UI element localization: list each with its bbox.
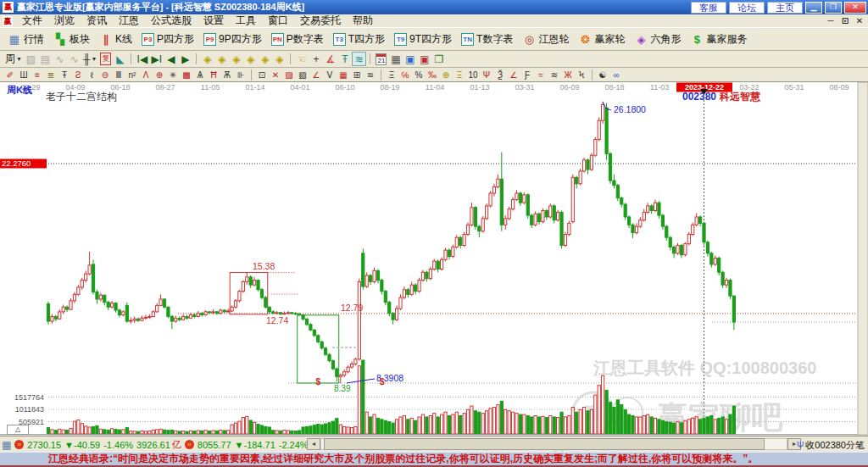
menu-浏览[interactable]: 浏览 (48, 14, 81, 28)
menu-帮助[interactable]: 帮助 (347, 14, 379, 28)
wave-tool[interactable]: ∿ (67, 52, 81, 66)
draw-tool-1-6[interactable]: ▦ (337, 69, 350, 81)
zoom-diamond-1[interactable]: ◈ (200, 52, 214, 66)
maximize-button[interactable]: ❐ (825, 2, 842, 14)
draw-tool-2-3[interactable]: ‰ (426, 69, 439, 81)
candle-style-selector[interactable]: ╫▼ (81, 52, 98, 66)
menu-窗口[interactable]: 窗口 (262, 14, 294, 28)
t-square-button[interactable]: T3T四方形 (329, 31, 389, 48)
menu-资讯[interactable]: 资讯 (81, 14, 113, 28)
draw-tool-0-4[interactable]: Ŧ (58, 69, 71, 81)
mdi-restore-button[interactable]: ⊡ (838, 15, 852, 26)
chart-area[interactable]: 01-2904-0906-1808-2711-0501-1404-0106-10… (0, 82, 868, 436)
zoom-diamond-2[interactable]: ◈ (214, 52, 229, 66)
minimize-button[interactable]: ▁ (805, 2, 822, 14)
tick-feed-status[interactable]: Ψ 收002380分笔 (797, 439, 865, 452)
draw-tool-0-8[interactable]: Ⅲ (112, 69, 125, 81)
draw-tool-2-14[interactable]: Ϟ (575, 69, 588, 81)
board-tool[interactable]: ▤ (38, 52, 53, 66)
menu-工具[interactable]: 工具 (230, 14, 262, 28)
p-square-button[interactable]: P3P四方形 (137, 31, 198, 48)
draw-tool-1-5[interactable]: Ⅴ (323, 69, 337, 81)
last-page-button[interactable]: ▶Ι (149, 52, 164, 66)
draw-tool-1-7[interactable]: ⊞ (350, 69, 364, 81)
draw-tool-2-8[interactable]: Ѯ (493, 69, 507, 81)
calculator-tool[interactable]: ▦ (388, 52, 403, 66)
menu-设置[interactable]: 设置 (198, 14, 230, 28)
zoom-diamond-4[interactable]: ◈ (243, 52, 258, 66)
draw-tool-0-11[interactable]: ⊕ (153, 69, 166, 81)
quote-grid-icon[interactable]: ▦ (2, 439, 11, 451)
draw-tool-2-5[interactable]: Ξ (453, 69, 466, 81)
scroll-thumb[interactable] (324, 438, 765, 450)
draw-tool-0-10[interactable]: Λ (139, 69, 153, 81)
next-button[interactable]: ▶ (178, 52, 192, 66)
draw-tool-0-9[interactable]: n² (125, 69, 139, 81)
mdi-minimize-button[interactable]: ─ (824, 15, 837, 26)
titlebar-link-2[interactable]: 主页 (767, 2, 803, 14)
t-number-button[interactable]: TNT数字表 (457, 31, 517, 48)
draw-tool-1-1[interactable]: ✕ (269, 69, 282, 81)
draw-tool-1-2[interactable]: ▨ (282, 69, 296, 81)
draw-tool-0-13[interactable]: ▩ (180, 69, 193, 81)
p9-square-button[interactable]: P99P四方形 (199, 31, 266, 48)
t9-square-button[interactable]: T99T四方形 (390, 31, 456, 48)
draw-tool-2-12[interactable]: ≋ (548, 69, 561, 81)
first-page-button[interactable]: Ι◀ (135, 52, 149, 66)
scroll-left-button[interactable]: ◂ (307, 438, 320, 450)
draw-tool-0-6[interactable]: ℓ (85, 69, 98, 81)
draw-tool-1-4[interactable]: ∠ (309, 69, 323, 81)
menu-文件[interactable]: 文件 (16, 14, 48, 28)
period-selector[interactable]: 周▼ (3, 52, 24, 66)
draw-tool-0-12[interactable]: ✳ (166, 69, 180, 81)
image-tool[interactable]: ▧ (24, 52, 38, 66)
draw-tool-3-1[interactable]: ∞ (609, 69, 623, 81)
draw-tool-1-8[interactable]: ≋ (364, 69, 377, 81)
draw-tool-0-5[interactable]: Ƨ (71, 69, 85, 81)
draw-tool-0-15[interactable]: Ħ (207, 69, 220, 81)
draw-tool-0-2[interactable]: ≡ (31, 69, 44, 81)
draw-tool-0-17[interactable]: ⊪ (234, 69, 248, 81)
zoom-diamond-6[interactable]: ◈ (272, 52, 287, 66)
draw-tool-1-0[interactable]: ⊡ (255, 69, 269, 81)
draw-tool-0-14[interactable]: Ѧ (193, 69, 207, 81)
gann-frame-tool[interactable]: Ŧ (337, 52, 352, 66)
draw-tool-2-4[interactable]: ⊕ (439, 69, 453, 81)
line-tool[interactable]: ≋ (352, 52, 366, 66)
hexagon-button[interactable]: ◈六角形 (630, 31, 685, 48)
zoom-diamond-5[interactable]: ◈ (258, 52, 272, 66)
draw-tool-2-0[interactable]: Ξ (385, 69, 398, 81)
kline-chart[interactable]: 01-2904-0906-1808-2711-0501-1404-0106-10… (0, 82, 868, 436)
draw-tool-0-3[interactable]: ≣ (44, 69, 58, 81)
kline-button[interactable]: ∥K线 (95, 31, 136, 48)
winner-service-button[interactable]: $赢家服务 (686, 31, 751, 48)
winner-wheel-button[interactable]: ❂赢家轮 (574, 31, 629, 48)
draw-tool-0-1[interactable]: Ш (17, 69, 31, 81)
titlebar-link-1[interactable]: 论坛 (729, 2, 765, 14)
prev-button[interactable]: ◀ (164, 52, 178, 66)
volume-panel-toggle-button[interactable]: △ (7, 425, 29, 435)
sector-button[interactable]: ▚板块 (49, 31, 94, 48)
angle-tool[interactable]: ∡ (323, 52, 337, 66)
draw-tool-0-16[interactable]: Ѫ (220, 69, 234, 81)
calendar-tool[interactable]: 21 (374, 52, 388, 66)
draw-tool-2-13[interactable]: Ж (561, 69, 575, 81)
draw-tool-1-3[interactable]: ▧ (296, 69, 309, 81)
menu-交易委托[interactable]: 交易委托 (294, 14, 347, 28)
gann-wheel-button[interactable]: ◎江恩轮 (518, 31, 573, 48)
draw-tool-3-0[interactable]: ☯ (596, 69, 609, 81)
save-red-tool[interactable]: ▣ (417, 52, 431, 66)
menu-公式选股[interactable]: 公式选股 (145, 14, 198, 28)
draw-tool-2-10[interactable]: Ƒ (520, 69, 534, 81)
draw-tool-2-7[interactable]: Ψ (480, 69, 493, 81)
draw-tool-2-1[interactable]: ℅ (398, 69, 412, 81)
mdi-close-button[interactable]: ✕ (853, 15, 866, 26)
menu-江恩[interactable]: 江恩 (113, 14, 145, 28)
hand-tool[interactable]: ☜ (294, 52, 309, 66)
draw-tool-2-2[interactable]: % (412, 69, 426, 81)
close-button[interactable]: ✕ (844, 2, 866, 14)
p-number-button[interactable]: PNP数字表 (267, 31, 328, 48)
polyline-tool[interactable]: ∿ (53, 52, 67, 66)
draw-tool-2-6[interactable]: 10 (466, 69, 480, 81)
titlebar-link-0[interactable]: 客服 (691, 2, 726, 14)
